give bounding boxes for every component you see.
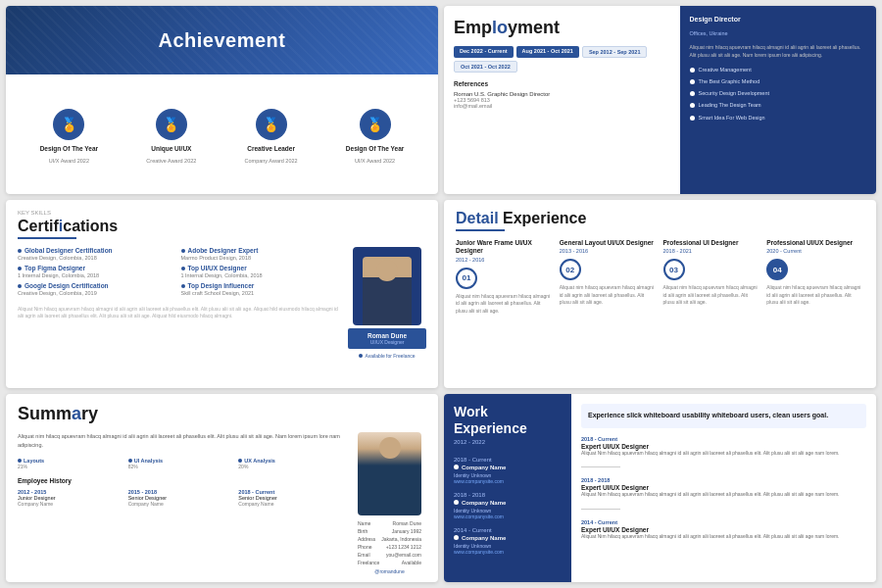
detail-col-dates-1: 2012 - 2016	[456, 257, 554, 263]
skill-1: Creative Management	[690, 67, 866, 74]
work-dates: 2012 - 2022	[454, 439, 562, 445]
cert-item-1: Global Designer Certification Creative D…	[18, 247, 177, 261]
detail-underline	[456, 229, 505, 231]
award-sub-4: UI/X Award 2022	[355, 158, 395, 164]
cert-person-head	[376, 260, 398, 281]
skill-label-4: Leading The Design Team	[699, 102, 761, 109]
detail-col-dates-2: 2013 - 2016	[560, 248, 658, 254]
employment-tags: Dec 2022 - Current Aug 2021 - Oct 2021 S…	[454, 46, 670, 73]
skill-3: Security Design Development	[690, 90, 866, 97]
emp-tag-3[interactable]: Sep 2012 - Sep 2021	[582, 46, 648, 58]
work-company-row-1: Company Name	[454, 465, 562, 470]
work-website-1: www.companysite.com	[454, 478, 562, 484]
summary-person-head	[379, 437, 401, 459]
slide-employment: Employment Dec 2022 - Current Aug 2021 -…	[444, 6, 876, 194]
cert-list: Global Designer Certification Creative D…	[18, 247, 340, 378]
detail-col-title-3: Professional UI Designer	[663, 239, 761, 247]
detail-desc-4: Aliquat nim hilacq apuevram hilacq almag…	[766, 284, 864, 307]
award-1: 🏅 Design Of The Year UI/X Award 2022	[40, 109, 98, 164]
summary-left: Aliquat nim hilacq apuevram hilacq almag…	[18, 432, 345, 574]
detail-col-title-1: Junior Ware Frame UI/UX Designer	[456, 239, 554, 256]
detail-col-title-2: General Layout UI/UX Designer	[560, 239, 658, 247]
stat-3: UX Analysis 20%	[238, 458, 345, 469]
slide-work-experience: Work Experience 2012 - 2022 2018 - Curre…	[444, 394, 876, 582]
info-freelance-val: Available	[402, 560, 421, 565]
work-detail-entries: 2018 - Current Expert UI/UX Designer Ali…	[581, 436, 866, 541]
work-entry-1: 2018 - Current Company Name Identity Unk…	[454, 457, 562, 484]
work-detail-3: 2014 - Current Expert UI/UX Designer Ali…	[581, 519, 866, 541]
cert-footer: Aliquat Nim hilacq apuevram hilacq almag…	[18, 306, 340, 319]
work-intro-box: Experience slick whiteboard usability wh…	[581, 404, 866, 428]
detail-col-3: Professional UI Designer 2018 - 2021 03 …	[663, 239, 761, 378]
stat-1: Layouts 21%	[18, 458, 124, 469]
work-right-panel: Experience slick whiteboard usability wh…	[571, 394, 876, 582]
info-birth-val: January 1992	[392, 528, 421, 534]
work-year-1: 2018 - Current	[454, 457, 562, 463]
employment-title: Employment	[454, 18, 670, 38]
detail-desc-3: Aliquat nim hilacq apuevram hilacq almag…	[663, 284, 761, 307]
cert-item-2: Adobe Designer Expert Marmo Product Desi…	[181, 247, 341, 261]
detail-col-1: Junior Ware Frame UI/UX Designer 2012 - …	[456, 239, 554, 378]
work-company-name-1: Company Name	[462, 465, 506, 470]
stat-2: UI Analysis 82%	[128, 458, 235, 469]
summary-stats: Layouts 21% UI Analysis 82% UX Analysis …	[18, 458, 345, 469]
cert-item-4: Top UI/UX Designer 1 Internal Design, Co…	[181, 265, 341, 278]
work-left-panel: Work Experience 2012 - 2022 2018 - Curre…	[444, 394, 571, 582]
slide-detail-experience: Detail Experience Junior Ware Frame UI/U…	[444, 200, 876, 388]
divider-2	[581, 509, 620, 510]
work-title: Work Experience	[454, 404, 562, 437]
award-sub-3: Company Award 2022	[245, 158, 298, 164]
work-detail-desc-1: Aliquat Nim hilacq apuevram hilacq almag…	[581, 450, 866, 458]
cert-item-6: Top Design Influencer Skill craft School…	[181, 282, 341, 296]
work-detail-year-3: 2014 - Current	[581, 519, 866, 525]
emp-tag-4[interactable]: Oct 2021 - Oct 2022	[454, 61, 517, 73]
work-entries: 2018 - Current Company Name Identity Unk…	[454, 457, 562, 555]
work-detail-role-2: Expert UI/UX Designer	[581, 484, 866, 491]
detail-col-4: Professional UI/UX Designer 2020 - Curre…	[766, 239, 864, 378]
history-2: 2015 - 2018 Senior Designer Company Name	[128, 489, 235, 507]
skill-label-2: The Best Graphic Method	[699, 78, 760, 85]
work-detail-year-2: 2018 - 2018	[581, 477, 866, 483]
award-title-2: Unique UI/UX	[151, 145, 191, 153]
divider-1	[581, 466, 620, 467]
info-address-val: Jakarta, Indonesia	[381, 536, 421, 542]
right-description: Aliquat nim hilacq apuevram hilacq almag…	[690, 44, 866, 59]
skill-label-1: Creative Management	[699, 67, 752, 74]
work-company-name-2: Company Name	[462, 500, 506, 506]
work-entry-3: 2014 - Current Company Name Identity Unk…	[454, 527, 562, 555]
employment-left: Employment Dec 2022 - Current Aug 2021 -…	[444, 6, 680, 194]
employee-history-list: 2012 - 2015 Junior Designer Company Name…	[18, 489, 345, 507]
right-title: Design Director	[690, 16, 866, 23]
emp-tag-1[interactable]: Dec 2022 - Current	[454, 46, 514, 58]
award-icon-3: 🏅	[256, 109, 287, 140]
achievement-title: Achievement	[159, 29, 286, 52]
summary-photo: NameRoman Dune BirthJanuary 1992 Address…	[353, 432, 426, 574]
info-phone-val: +123 1234 1212	[386, 544, 421, 550]
info-name-label: Name	[358, 520, 370, 526]
skill-2: The Best Graphic Method	[690, 78, 866, 85]
award-2: 🏅 Unique UI/UX Creative Award 2022	[146, 109, 196, 164]
skill-5: Smart Idea For Web Design	[690, 115, 866, 122]
employee-history-title: Employee History	[18, 477, 345, 484]
cert-item-3: Top Figma Designer 1 Internal Design, Co…	[18, 265, 177, 278]
detail-col-title-4: Professional UI/UX Designer	[766, 239, 864, 247]
award-title-4: Design Of The Year	[346, 145, 404, 153]
work-website-3: www.companysite.com	[454, 549, 562, 555]
info-email-label: Email	[358, 552, 370, 558]
work-year-3: 2014 - Current	[454, 527, 562, 533]
right-subtitle: Offices, Ukraine	[690, 30, 866, 36]
cert-subtitle: KEY SKILLS	[18, 210, 426, 216]
certifications-title: Certifications	[18, 218, 426, 235]
info-phone-label: Phone	[358, 544, 371, 550]
summary-person-img	[358, 432, 421, 515]
ref-email: info@mail.email	[454, 103, 670, 109]
awards-container: 🏅 Design Of The Year UI/X Award 2022 🏅 U…	[6, 74, 438, 194]
emp-tag-2[interactable]: Aug 2021 - Oct 2021	[516, 46, 579, 58]
work-website-2: www.companysite.com	[454, 514, 562, 519]
slide-summary: Summary Aliquat nim hilacq apuevram hila…	[6, 394, 438, 582]
employment-references: References Roman U.S. Graphic Design Dir…	[454, 80, 670, 109]
award-4: 🏅 Design Of The Year UI/X Award 2022	[346, 109, 404, 164]
detail-num-1: 01	[456, 268, 477, 289]
slide-certifications: KEY SKILLS Certifications Global Designe…	[6, 200, 438, 388]
award-title-3: Creative Leader	[247, 145, 295, 153]
